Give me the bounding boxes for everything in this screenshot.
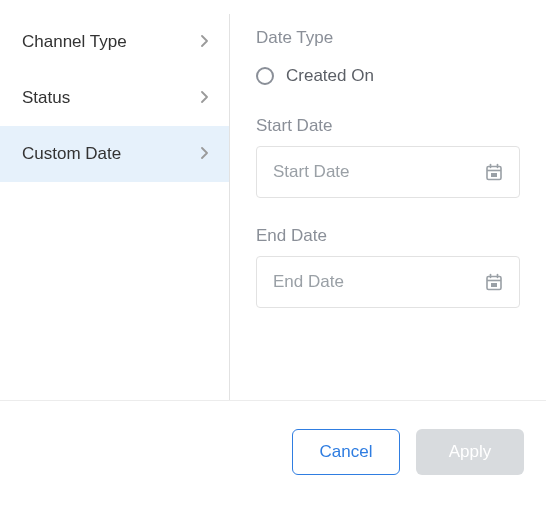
chevron-right-icon xyxy=(201,90,209,106)
radio-icon xyxy=(256,67,274,85)
sidebar-item-custom-date[interactable]: Custom Date xyxy=(0,126,229,182)
sidebar-item-label: Status xyxy=(22,88,70,108)
end-date-label: End Date xyxy=(256,226,520,246)
sidebar-item-label: Custom Date xyxy=(22,144,121,164)
start-date-label: Start Date xyxy=(256,116,520,136)
end-date-input-wrapper[interactable] xyxy=(256,256,520,308)
radio-created-on[interactable]: Created On xyxy=(256,66,520,86)
end-date-input[interactable] xyxy=(273,272,485,292)
calendar-icon[interactable] xyxy=(485,163,503,181)
apply-button[interactable]: Apply xyxy=(416,429,524,475)
chevron-right-icon xyxy=(201,146,209,162)
cancel-button[interactable]: Cancel xyxy=(292,429,400,475)
sidebar-item-status[interactable]: Status xyxy=(0,70,229,126)
svg-rect-9 xyxy=(491,283,497,287)
date-type-title: Date Type xyxy=(256,28,520,48)
content-custom-date: Date Type Created On Start Date End Date xyxy=(230,14,546,400)
sidebar: Channel Type Status Custom Date xyxy=(0,14,230,400)
footer-actions: Cancel Apply xyxy=(0,400,546,475)
svg-rect-4 xyxy=(491,173,497,177)
chevron-right-icon xyxy=(201,34,209,50)
start-date-input-wrapper[interactable] xyxy=(256,146,520,198)
radio-label: Created On xyxy=(286,66,374,86)
sidebar-item-channel-type[interactable]: Channel Type xyxy=(0,14,229,70)
start-date-input[interactable] xyxy=(273,162,485,182)
filter-panel: Channel Type Status Custom Date Date Typ… xyxy=(0,0,546,400)
calendar-icon[interactable] xyxy=(485,273,503,291)
sidebar-item-label: Channel Type xyxy=(22,32,127,52)
